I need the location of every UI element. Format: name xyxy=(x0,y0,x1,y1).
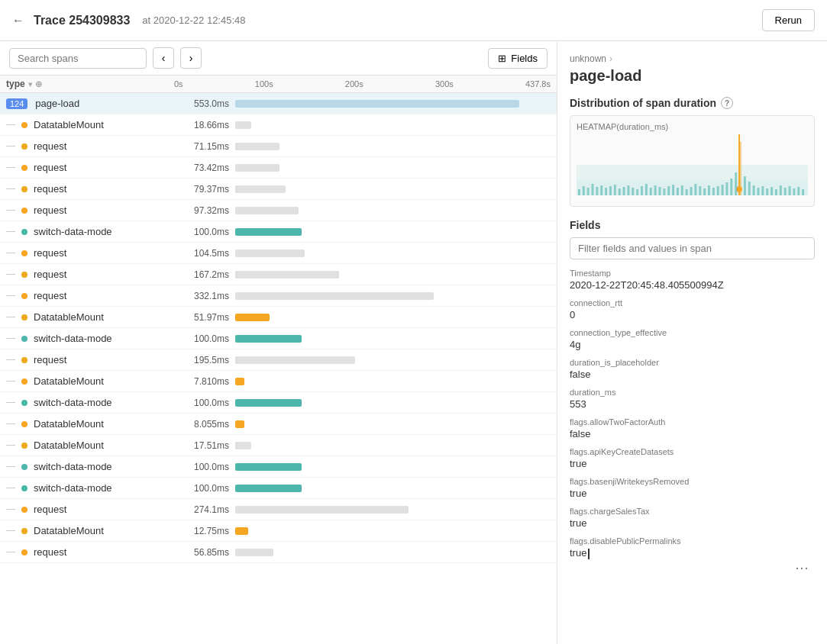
span-timeline xyxy=(235,375,551,388)
table-row[interactable]: switch-data-mode100.0ms xyxy=(0,328,557,349)
svg-rect-4 xyxy=(578,189,580,195)
span-timeline xyxy=(235,98,551,110)
table-row[interactable]: switch-data-mode100.0ms xyxy=(0,456,557,478)
span-name: DatatableMount xyxy=(34,440,156,451)
svg-rect-40 xyxy=(739,142,741,195)
span-bar xyxy=(235,485,302,492)
timeline-labels: 0s 100s 200s 300s 437.8s xyxy=(174,79,551,89)
span-bar xyxy=(235,442,251,449)
spans-list: 124page-load553.0msDatatableMount18.66ms… xyxy=(0,93,557,563)
span-bar xyxy=(235,314,270,321)
span-timeline xyxy=(235,140,551,153)
heatmap-label: HEATMAP(duration_ms) xyxy=(577,122,808,131)
heatmap-container: HEATMAP(duration_ms) // Will be drawn vi… xyxy=(570,115,815,207)
table-row[interactable]: request71.15ms xyxy=(0,136,557,157)
span-dot xyxy=(21,549,27,555)
field-item: flags.apiKeyCreateDatasetstrue xyxy=(570,447,815,469)
span-timeline xyxy=(235,525,551,537)
svg-rect-46 xyxy=(766,188,768,195)
table-row[interactable]: request73.42ms xyxy=(0,157,557,179)
svg-rect-15 xyxy=(627,185,629,195)
field-value: true xyxy=(570,458,815,469)
details-panel: unknown › page-load Distribution of span… xyxy=(557,41,827,644)
field-value: 2020-12-22T20:45:48.405500994Z xyxy=(570,279,815,291)
sort-icon[interactable]: ▾ xyxy=(28,80,32,89)
table-row[interactable]: request167.2ms xyxy=(0,264,557,285)
search-input[interactable] xyxy=(9,48,147,69)
span-connector xyxy=(6,188,15,189)
field-value: true xyxy=(570,488,815,499)
table-row[interactable]: DatatableMount7.810ms xyxy=(0,371,557,392)
span-bar xyxy=(235,207,299,214)
table-row[interactable]: switch-data-mode100.0ms xyxy=(0,478,557,499)
span-dot xyxy=(21,507,27,513)
rerun-button[interactable]: Rerun xyxy=(762,9,815,31)
table-row[interactable]: DatatableMount8.055ms xyxy=(0,414,557,435)
field-value: 553 xyxy=(570,398,815,410)
span-name: DatatableMount xyxy=(34,418,156,430)
trace-title: Trace 254309833 xyxy=(34,14,130,27)
text-cursor xyxy=(588,549,594,559)
svg-rect-20 xyxy=(650,188,652,195)
span-duration: 17.51ms xyxy=(174,440,235,451)
spans-table: type ▾ ⊕ 0s 100s 200s 300s 437.8s 124pag… xyxy=(0,76,557,644)
back-button[interactable]: ← xyxy=(12,14,24,27)
span-name: DatatableMount xyxy=(34,375,156,387)
table-row[interactable]: DatatableMount12.75ms xyxy=(0,520,557,542)
span-connector xyxy=(6,402,15,403)
table-row[interactable]: 124page-load553.0ms xyxy=(0,93,557,114)
table-row[interactable]: request274.1ms xyxy=(0,499,557,520)
more-button[interactable]: ⋯ xyxy=(795,559,809,576)
span-connector xyxy=(6,552,15,552)
span-timeline xyxy=(235,204,551,217)
svg-rect-44 xyxy=(758,188,760,195)
field-item: connection_type_effective4g xyxy=(570,328,815,350)
heatmap-chart: // Will be drawn via JS below xyxy=(577,134,808,195)
svg-rect-29 xyxy=(690,187,693,195)
svg-rect-21 xyxy=(654,185,657,195)
span-type-cell: 124page-load xyxy=(6,98,174,109)
table-row[interactable]: DatatableMount18.66ms xyxy=(0,114,557,136)
help-icon[interactable]: ? xyxy=(721,97,733,109)
svg-rect-50 xyxy=(784,188,787,195)
fields-filter-input[interactable] xyxy=(570,237,815,259)
field-value: 0 xyxy=(570,309,815,320)
filter-icon[interactable]: ⊕ xyxy=(35,79,42,89)
span-duration: 12.75ms xyxy=(174,526,235,536)
span-bar xyxy=(235,463,302,471)
fields-section-title: Fields xyxy=(570,219,815,231)
span-type-cell: switch-data-mode xyxy=(6,226,174,237)
table-row[interactable]: DatatableMount51.97ms xyxy=(0,307,557,328)
span-dot xyxy=(21,528,27,534)
table-row[interactable]: request79.37ms xyxy=(0,179,557,200)
fields-button[interactable]: ⊞ Fields xyxy=(488,48,548,69)
timeline-column-header: 0s 100s 200s 300s 437.8s xyxy=(174,79,551,89)
span-duration: 195.5ms xyxy=(174,355,235,365)
field-item: Timestamp2020-12-22T20:45:48.405500994Z xyxy=(570,269,815,291)
span-connector xyxy=(6,253,15,253)
spans-panel: ‹ › ⊞ Fields type ▾ ⊕ 0s 100s 200s xyxy=(0,41,557,644)
table-row[interactable]: switch-data-mode100.0ms xyxy=(0,221,557,243)
field-label: duration_is_placeholder xyxy=(570,358,815,367)
field-item: flags.basenjiWritekeysRemovedtrue xyxy=(570,477,815,499)
span-connector xyxy=(6,530,15,531)
span-count-badge: 124 xyxy=(6,98,27,109)
table-row[interactable]: request332.1ms xyxy=(0,285,557,307)
span-type-cell: DatatableMount xyxy=(6,440,174,451)
span-bar xyxy=(235,420,244,428)
field-label: connection_type_effective xyxy=(570,328,815,337)
next-button[interactable]: › xyxy=(180,47,202,69)
table-row[interactable]: DatatableMount17.51ms xyxy=(0,435,557,456)
svg-rect-27 xyxy=(681,185,683,195)
table-row[interactable]: switch-data-mode100.0ms xyxy=(0,392,557,414)
table-row[interactable]: request104.5ms xyxy=(0,243,557,264)
prev-button[interactable]: ‹ xyxy=(153,47,174,69)
span-name: DatatableMount xyxy=(34,119,156,130)
table-row[interactable]: request97.32ms xyxy=(0,200,557,221)
span-duration: 97.32ms xyxy=(174,205,235,216)
header: ← Trace 254309833 at 2020-12-22 12:45:48… xyxy=(0,0,827,41)
table-row[interactable]: request195.5ms xyxy=(0,349,557,371)
table-row[interactable]: request56.85ms xyxy=(0,542,557,563)
svg-rect-24 xyxy=(667,186,670,195)
span-connector xyxy=(6,274,15,275)
